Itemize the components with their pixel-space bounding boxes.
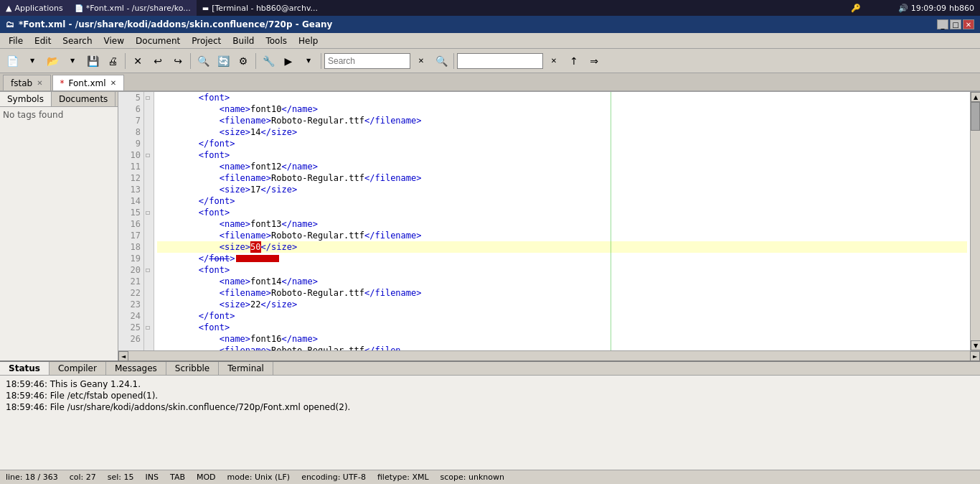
run-button[interactable]: ▶ — [279, 52, 298, 70]
tab-fstab[interactable]: fstab ✕ — [3, 75, 51, 90]
save-file-button[interactable]: 💾 — [83, 52, 102, 70]
menu-project[interactable]: Project — [186, 34, 227, 47]
find-input[interactable] — [457, 53, 543, 69]
code-line-27: <filename>Roboto-Regular.ttf</filen — [157, 345, 967, 350]
linenum-10: 10 — [121, 149, 141, 161]
scroll-track[interactable] — [971, 102, 980, 340]
bottom-tab-scribble[interactable]: Scribble — [166, 362, 219, 375]
toolbar-sep2 — [190, 53, 191, 69]
find-prev-button[interactable]: ↑ — [565, 52, 583, 70]
fold-19 — [146, 253, 152, 264]
undo-button[interactable]: ↩ — [149, 52, 167, 70]
bottom-tab-compiler[interactable]: Compiler — [50, 362, 106, 375]
bottom-tab-messages[interactable]: Messages — [106, 362, 166, 375]
sidebar-tab-documents[interactable]: Documents — [52, 92, 116, 106]
bottom-tab-terminal[interactable]: Terminal — [219, 362, 273, 375]
linenum-27: ... — [121, 345, 141, 350]
minimize-button[interactable]: _ — [937, 19, 948, 29]
new-file-button[interactable]: 📄 — [3, 52, 22, 70]
search-clear-button[interactable]: ✕ — [412, 52, 430, 70]
sidebar-tab-symbols[interactable]: Symbols — [0, 92, 52, 106]
settings-button[interactable]: ⚙ — [234, 52, 253, 70]
code-line-7: <filename>Roboto-Regular.ttf</filename> — [157, 115, 967, 126]
jump-button[interactable]: ⇒ — [585, 52, 603, 70]
bottom-tab-status[interactable]: Status — [0, 362, 50, 375]
menu-edit[interactable]: Edit — [29, 34, 57, 47]
code-line-11: <name>font12</name> — [157, 161, 967, 172]
status-modified: MOD — [197, 473, 216, 482]
linenum-9: 9 — [121, 138, 141, 149]
redo-button[interactable]: ↪ — [169, 52, 187, 70]
fold-10[interactable]: ◻ — [146, 149, 152, 161]
status-line: line: 18 / 363 — [6, 473, 58, 482]
menu-document[interactable]: Document — [130, 34, 186, 47]
search-go-button[interactable]: 🔍 — [432, 52, 451, 70]
window-title: *Font.xml - /usr/share/kodi/addons/skin.… — [19, 19, 937, 29]
fold-15[interactable]: ◻ — [146, 207, 152, 218]
find-clear-button[interactable]: ✕ — [545, 52, 563, 70]
linenum-5: 5 — [121, 92, 141, 103]
log-line-2: 18:59:46: File /etc/fstab opened(1). — [6, 390, 974, 401]
bottom-panel: Status Compiler Messages Scribble Termin… — [0, 360, 980, 470]
search-input[interactable] — [324, 53, 410, 69]
menu-view[interactable]: View — [98, 34, 130, 47]
open-file-button[interactable]: 📂 — [43, 52, 62, 70]
menu-tools[interactable]: Tools — [260, 34, 293, 47]
close-button[interactable]: ✕ — [963, 19, 974, 29]
fold-20[interactable]: ◻ — [146, 264, 152, 276]
taskbar-applications[interactable]: ▲ Applications — [0, 0, 69, 16]
status-lineend: mode: Unix (LF) — [227, 473, 291, 482]
scroll-down-button[interactable]: ▼ — [971, 340, 980, 350]
code-line-14: </font> — [157, 195, 967, 207]
fold-13 — [146, 184, 152, 195]
fold-25[interactable]: ◻ — [146, 322, 152, 333]
close-button2[interactable]: ✕ — [128, 52, 147, 70]
compile-button[interactable]: 🔧 — [259, 52, 278, 70]
menu-help[interactable]: Help — [293, 34, 324, 47]
code-line-6: <name>font10</name> — [157, 103, 967, 115]
run-dropdown-button[interactable]: ▼ — [299, 52, 318, 70]
toolbar: 📄 ▼ 📂 ▼ 💾 🖨 ✕ ↩ ↪ 🔍 🔄 ⚙ 🔧 ▶ ▼ ✕ 🔍 ✕ ↑ ⇒ — [0, 49, 980, 73]
linenum-26: 26 — [121, 333, 141, 345]
menu-search[interactable]: Search — [57, 34, 98, 47]
log-line-3: 18:59:46: File /usr/share/kodi/addons/sk… — [6, 401, 974, 413]
taskbar-right: 🔑 🔊 19:09:09 hb860 — [851, 4, 980, 13]
open-dropdown-button[interactable]: ▼ — [63, 52, 82, 70]
scroll-up-button[interactable]: ▲ — [971, 92, 980, 102]
linenum-14: 14 — [121, 195, 141, 207]
fold-7 — [146, 115, 152, 126]
code-line-12: <filename>Roboto-Regular.ttf</filename> — [157, 172, 967, 184]
new-dropdown-button[interactable]: ▼ — [23, 52, 42, 70]
fold-17 — [146, 230, 152, 241]
menu-file[interactable]: File — [3, 34, 29, 47]
fold-6 — [146, 103, 152, 115]
sidebar-content: No tags found — [0, 107, 118, 360]
bottom-content: 18:59:46: This is Geany 1.24.1. 18:59:46… — [0, 376, 980, 470]
code-line-22: <filename>Roboto-Regular.ttf</filename> — [157, 287, 967, 299]
maximize-button[interactable]: □ — [950, 19, 961, 29]
taskbar-geany[interactable]: 📄 *Font.xml - /usr/share/ko... — [69, 0, 197, 16]
code-editor[interactable]: <font> <name>font10</name> <filename>Rob… — [154, 92, 970, 350]
clock: 19:09:09 — [911, 4, 946, 13]
find-button[interactable]: 🔍 — [194, 52, 212, 70]
tab-fontxml-close[interactable]: ✕ — [110, 79, 116, 87]
horizontal-scrollbar: ◄ ► — [118, 350, 980, 360]
code-line-5: <font> — [157, 92, 967, 103]
main-layout: Symbols Documents No tags found 5 6 7 8 … — [0, 92, 980, 360]
code-line-9: </font> — [157, 138, 967, 149]
replace-button[interactable]: 🔄 — [214, 52, 232, 70]
fold-26 — [146, 333, 152, 345]
terminal-icon: ▬ — [202, 4, 209, 12]
tab-fontxml[interactable]: *Font.xml ✕ — [52, 75, 124, 90]
taskbar-terminal[interactable]: ▬ [Terminal - hb860@archv... — [197, 0, 324, 16]
code-line-15: <font> — [157, 207, 967, 218]
scroll-thumb[interactable] — [971, 102, 980, 131]
scroll-right-button[interactable]: ► — [970, 351, 980, 360]
linenum-16: 16 — [121, 218, 141, 230]
hscroll-track[interactable] — [128, 351, 970, 360]
print-button[interactable]: 🖨 — [103, 52, 122, 70]
menu-build[interactable]: Build — [227, 34, 260, 47]
fold-5[interactable]: ◻ — [146, 92, 152, 103]
scroll-left-button[interactable]: ◄ — [118, 351, 128, 360]
tab-fstab-close[interactable]: ✕ — [37, 79, 42, 87]
